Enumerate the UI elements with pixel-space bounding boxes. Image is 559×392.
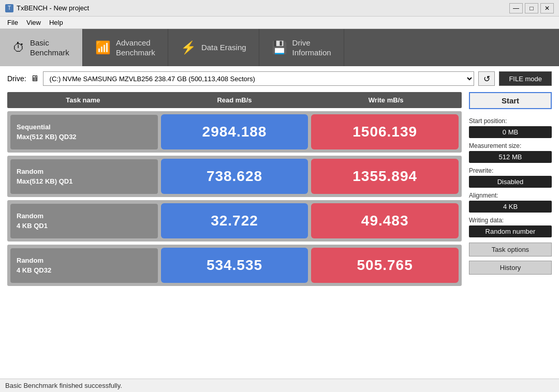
tab-advanced-label: AdvancedBenchmark <box>116 38 155 58</box>
task-name-random-512: RandomMax(512 KB) QD1 <box>10 159 158 194</box>
maximize-button[interactable]: □ <box>525 3 538 13</box>
content-area: Task name Read mB/s Write mB/s Sequentia… <box>7 92 552 387</box>
menu-view[interactable]: View <box>22 18 45 27</box>
tab-basic-label: BasicBenchmark <box>30 38 69 58</box>
advanced-benchmark-icon: 📶 <box>95 40 111 55</box>
task-name-random-4k-qd1: Random4 KB QD1 <box>10 204 158 238</box>
minimize-button[interactable]: — <box>509 3 523 13</box>
task-options-button[interactable]: Task options <box>469 243 552 257</box>
read-value-random-4k-qd32: 534.535 <box>161 248 308 283</box>
write-value-random-4k-qd32: 505.765 <box>311 248 459 283</box>
table-row: SequentialMax(512 KB) QD32 2984.188 1506… <box>7 111 462 153</box>
app-icon: T <box>5 4 13 12</box>
drive-refresh-button[interactable]: ↺ <box>478 71 495 86</box>
tab-drive[interactable]: 💾 DriveInformation <box>259 29 344 66</box>
tab-drive-label: DriveInformation <box>292 38 331 58</box>
write-value-random-512: 1355.894 <box>311 159 459 194</box>
measurement-size-value: 512 MB <box>469 151 552 163</box>
read-value-sequential-max: 2984.188 <box>161 114 308 149</box>
read-value-random-4k-qd1: 32.722 <box>161 203 308 238</box>
status-bar: Basic Benchmark finished successfully. <box>0 379 559 392</box>
drive-info-icon: 💾 <box>272 40 287 55</box>
table-row: Random4 KB QD32 534.535 505.765 <box>7 245 462 286</box>
status-text: Basic Benchmark finished successfully. <box>5 382 122 389</box>
window-controls: — □ ✕ <box>509 3 554 13</box>
data-erasing-icon: ⚡ <box>181 40 196 55</box>
start-position-value: 0 MB <box>469 126 552 138</box>
task-name-random-4k-qd32: Random4 KB QD32 <box>10 248 158 283</box>
tab-advanced[interactable]: 📶 AdvancedBenchmark <box>83 29 168 66</box>
read-value-random-512: 738.628 <box>161 159 308 194</box>
window-title: TxBENCH - New project <box>17 4 89 12</box>
refresh-icon: ↺ <box>483 74 490 84</box>
history-button[interactable]: History <box>469 261 552 275</box>
prewrite-label: Prewrite: <box>469 167 552 174</box>
alignment-label: Alignment: <box>469 192 552 199</box>
tab-erasing-label: Data Erasing <box>201 42 246 53</box>
table-row: Random4 KB QD1 32.722 49.483 <box>7 200 462 242</box>
col-read: Read mB/s <box>159 95 311 105</box>
right-panel: Start Start position: 0 MB Measurement s… <box>469 92 552 387</box>
col-task: Task name <box>7 95 159 105</box>
drive-device-icon: 🖥 <box>31 74 39 83</box>
file-mode-button[interactable]: FILE mode <box>499 71 552 86</box>
tab-erasing[interactable]: ⚡ Data Erasing <box>168 29 259 66</box>
title-bar: T TxBENCH - New project — □ ✕ <box>0 0 559 17</box>
task-name-sequential-max: SequentialMax(512 KB) QD32 <box>10 115 158 149</box>
basic-benchmark-icon: ⏱ <box>12 40 25 55</box>
menu-bar: File View Help <box>0 17 559 29</box>
drive-row: Drive: 🖥 (C:) NVMe SAMSUNG MZVLB256 238.… <box>7 71 552 86</box>
table-row: RandomMax(512 KB) QD1 738.628 1355.894 <box>7 156 462 197</box>
tab-bar: ⏱ BasicBenchmark 📶 AdvancedBenchmark ⚡ D… <box>0 29 559 66</box>
drive-label: Drive: <box>7 74 26 83</box>
write-value-random-4k-qd1: 49.483 <box>311 203 459 238</box>
tab-basic[interactable]: ⏱ BasicBenchmark <box>0 29 83 66</box>
main-content: Drive: 🖥 (C:) NVMe SAMSUNG MZVLB256 238.… <box>0 66 559 392</box>
measurement-size-label: Measurement size: <box>469 142 552 149</box>
drive-select[interactable]: (C:) NVMe SAMSUNG MZVLB256 238.47 GB (50… <box>43 71 475 86</box>
menu-file[interactable]: File <box>3 18 22 27</box>
table-header: Task name Read mB/s Write mB/s <box>7 92 462 108</box>
alignment-value: 4 KB <box>469 201 552 213</box>
writing-data-value: Random number <box>469 225 552 237</box>
benchmark-table: Task name Read mB/s Write mB/s Sequentia… <box>7 92 462 387</box>
prewrite-value: Disabled <box>469 176 552 188</box>
write-value-sequential-max: 1506.139 <box>311 114 459 149</box>
writing-data-label: Writing data: <box>469 217 552 224</box>
start-position-label: Start position: <box>469 117 552 125</box>
start-button[interactable]: Start <box>469 92 552 109</box>
close-button[interactable]: ✕ <box>540 3 554 13</box>
col-write: Write mB/s <box>310 95 462 105</box>
menu-help[interactable]: Help <box>45 18 67 27</box>
